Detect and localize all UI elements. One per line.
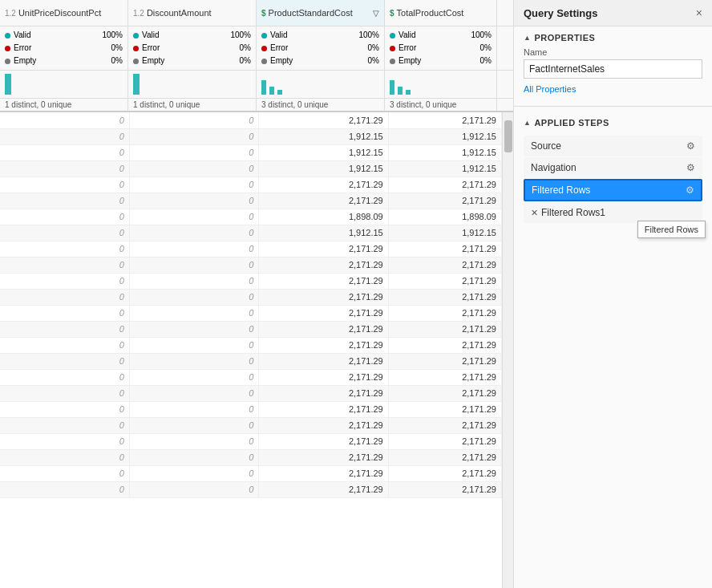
table-row: 002,171.292,171.29 [0,289,502,305]
table-cell: 2,171.29 [388,273,501,289]
table-cell: 0 [129,144,258,160]
stats-cell-2: Valid100% Error0% Empty0% [128,26,257,70]
table-cell: 0 [129,225,258,241]
empty-dot-2 [133,59,139,64]
table-cell: 2,171.29 [259,289,388,305]
empty-pct-1: 0% [99,55,123,67]
scrollbar[interactable] [502,112,513,588]
table-row: 002,171.292,171.29 [0,385,502,401]
error-pct-4: 0% [467,42,492,55]
table-cell: 0 [129,305,258,321]
table-cell: 0 [0,305,129,321]
table-cell: 1,898.09 [388,209,501,225]
step-source-gear-icon[interactable]: ⚙ [686,140,695,152]
table-cell: 0 [129,193,258,209]
table-row: 002,171.292,171.29 [0,241,502,257]
table-cell: 1,912.15 [388,128,501,144]
table-cell: 2,171.29 [388,112,501,128]
main-data-area: 1.2 UnitPriceDiscountPct 1.2 DiscountAmo… [0,0,513,588]
svg-rect-7 [406,90,411,95]
table-cell: 0 [129,449,258,465]
table-row: 002,171.292,171.29 [0,257,502,273]
sparkline-cell-4 [385,71,497,98]
table-cell: 0 [129,257,258,273]
col-header-total-product-cost[interactable]: $ TotalProductCost [385,0,497,26]
table-cell: 0 [0,465,129,481]
table-cell: 2,171.29 [259,465,388,481]
filter-icon-3: ▽ [373,9,379,18]
scrollbar-thumb[interactable] [504,120,512,152]
number-icon-1: 1.2 [5,9,16,18]
table-row: 002,171.292,171.29 [0,449,502,465]
table-cell: 0 [129,337,258,353]
table-cell: 2,171.29 [259,353,388,369]
empty-label-3: Empty [270,55,293,67]
col-header-discount-amount[interactable]: 1.2 DiscountAmount [128,0,257,26]
dollar-icon-4: $ [390,9,394,18]
step-filtered-rows-gear-icon[interactable]: ⚙ [686,185,694,196]
table-cell: 2,171.29 [388,449,501,465]
table-cell: 0 [129,273,258,289]
error-label-3: Error [270,42,288,55]
table-cell: 0 [0,401,129,417]
sparkline-row [0,71,513,99]
distinct-cell-4: 3 distinct, 0 unique [385,99,497,111]
error-dot-2 [133,46,139,51]
empty-dot-4 [390,59,395,64]
table-cell: 0 [0,353,129,369]
table-cell: 2,171.29 [388,369,501,385]
table-cell: 2,171.29 [388,401,501,417]
table-cell: 2,171.29 [388,433,501,449]
col-label-3: ProductStandardCost [269,8,353,18]
table-row: 002,171.292,171.29 [0,273,502,289]
step-source-label: Source [531,140,686,152]
error-dot-1 [5,46,10,51]
distinct-cell-2: 1 distinct, 0 unique [128,99,257,111]
table-cell: 2,171.29 [388,337,501,353]
table-cell: 0 [0,128,129,144]
table-cell: 2,171.29 [388,241,501,257]
table-row: 002,171.292,171.29 [0,353,502,369]
table-cell: 0 [129,481,258,497]
col-header-product-standard-cost[interactable]: $ ProductStandardCost ▽ [257,0,385,26]
table-cell: 0 [129,417,258,433]
table-cell: 2,171.29 [259,305,388,321]
table-cell: 2,171.29 [259,369,388,385]
stats-cell-1: Valid100% Error0% Empty0% [0,26,128,70]
step-filtered-rows[interactable]: Filtered Rows ⚙ [524,179,702,201]
table-cell: 0 [0,273,129,289]
table-cell: 0 [0,289,129,305]
name-value[interactable]: FactInternetSales [524,59,702,79]
step-source[interactable]: Source ⚙ [524,136,702,156]
step-filtered-rows-1[interactable]: ✕ Filtered Rows1 Filtered Rows [524,202,702,223]
divider [514,106,712,107]
table-cell: 2,171.29 [259,241,388,257]
error-pct-2: 0% [227,42,251,55]
column-headers-row: 1.2 UnitPriceDiscountPct 1.2 DiscountAmo… [0,0,513,26]
step-filtered-rows-1-tooltip: Filtered Rows [637,221,706,238]
step-filtered-rows-1-x-icon[interactable]: ✕ [531,208,538,218]
error-dot-4 [390,46,395,51]
table-cell: 1,912.15 [259,225,388,241]
stats-cell-3: Valid100% Error0% Empty0% [257,26,385,70]
empty-pct-2: 0% [227,55,251,67]
empty-pct-3: 0% [355,55,379,67]
close-button[interactable]: × [696,6,702,19]
col-label-4: TotalProductCost [397,8,464,18]
table-cell: 0 [129,128,258,144]
applied-steps-list: Source ⚙ Navigation ⚙ Filtered Rows ⚙ ✕ … [514,136,712,233]
table-cell: 2,171.29 [259,176,388,193]
properties-section-header: ▲ PROPERTIES [524,33,702,43]
table-cell: 2,171.29 [388,176,501,193]
step-navigation[interactable]: Navigation ⚙ [524,157,702,178]
step-filtered-rows-label: Filtered Rows [532,185,686,196]
step-navigation-gear-icon[interactable]: ⚙ [686,162,695,173]
valid-pct-2: 100% [227,29,251,42]
col-header-unit-price-discount-pct[interactable]: 1.2 UnitPriceDiscountPct [0,0,128,26]
error-pct-1: 0% [99,42,123,55]
table-row: 002,171.292,171.29 [0,481,502,497]
all-properties-link[interactable]: All Properties [524,84,576,94]
step-navigation-label: Navigation [531,162,686,173]
data-table: 002,171.292,171.29001,912.151,912.15001,… [0,112,502,498]
table-cell: 2,171.29 [388,289,501,305]
